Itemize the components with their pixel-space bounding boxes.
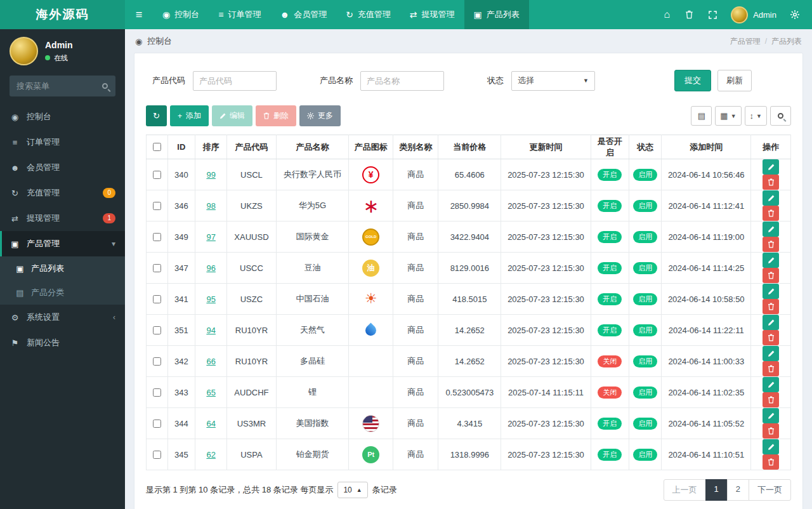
status-select[interactable]: 选择 ▼ bbox=[511, 71, 595, 91]
sort-link[interactable]: 95 bbox=[206, 294, 215, 304]
add-button[interactable]: +添加 bbox=[170, 105, 209, 126]
row-delete-button[interactable] bbox=[763, 206, 779, 221]
sidebar-item-link[interactable]: ▣ 产品管理 ▾ bbox=[0, 231, 125, 256]
chevron-down-icon: ▼ bbox=[583, 77, 589, 84]
page-button[interactable]: 1 bbox=[705, 479, 728, 501]
fullscreen-button[interactable] bbox=[701, 0, 724, 29]
row-delete-button[interactable] bbox=[763, 175, 779, 190]
row-delete-button[interactable] bbox=[763, 361, 779, 376]
sidebar-item-link[interactable]: ≡ 订单管理 bbox=[0, 129, 125, 155]
delete-button[interactable]: 删除 bbox=[256, 105, 296, 126]
row-delete-button[interactable] bbox=[763, 330, 779, 345]
row-edit-button[interactable] bbox=[763, 439, 779, 454]
row-edit-button[interactable] bbox=[763, 346, 779, 361]
cell-updated-time: 2025-07-14 11:15:11 bbox=[501, 377, 591, 408]
sidebar-menu: ◉ 控制台 ≡ 订单管理 ☻ 会员管理 ↻ 充值管理 0 ⇄ 提现管理 bbox=[0, 104, 125, 355]
top-nav-item[interactable]: ⇄ 提现管理 bbox=[400, 0, 464, 29]
sidebar-item-link[interactable]: ↻ 充值管理 0 bbox=[0, 180, 125, 206]
sidebar-item-link[interactable]: ☻ 会员管理 bbox=[0, 155, 125, 180]
user-menu[interactable]: Admin bbox=[724, 6, 783, 23]
sort-link[interactable]: 66 bbox=[206, 357, 215, 366]
row-edit-button[interactable] bbox=[763, 221, 779, 237]
row-edit-button[interactable] bbox=[763, 315, 779, 330]
row-checkbox[interactable] bbox=[153, 451, 161, 459]
open-status-badge: 关闭 bbox=[598, 355, 622, 367]
prev-page-button[interactable]: 上一页 bbox=[664, 479, 706, 501]
sidebar-subitem[interactable]: ▣产品列表 bbox=[0, 256, 125, 281]
clear-cache-button[interactable] bbox=[678, 0, 701, 29]
cny-icon: ¥ bbox=[362, 166, 379, 183]
page-button[interactable]: 2 bbox=[727, 479, 749, 501]
top-nav-item[interactable]: ☻ 会员管理 bbox=[270, 0, 336, 29]
row-checkbox[interactable] bbox=[153, 357, 161, 366]
row-edit-button[interactable] bbox=[763, 284, 779, 299]
refresh-button[interactable]: 刷新 bbox=[717, 70, 752, 91]
column-header: 是否开启 bbox=[591, 135, 629, 159]
breadcrumb-current: 产品列表 bbox=[771, 37, 802, 46]
sort-link[interactable]: 97 bbox=[206, 232, 215, 242]
row-delete-button[interactable] bbox=[763, 268, 779, 283]
cell-product-name: 华为5G bbox=[276, 190, 349, 221]
row-edit-button[interactable] bbox=[763, 377, 779, 392]
sidebar-item-link[interactable]: ⚑ 新闻公告 bbox=[0, 330, 125, 355]
next-page-button[interactable]: 下一页 bbox=[749, 479, 791, 501]
cell-id: 345 bbox=[167, 439, 195, 470]
sidebar-item-link[interactable]: ◉ 控制台 bbox=[0, 104, 125, 129]
top-nav-item[interactable]: ≡ 订单管理 bbox=[209, 0, 270, 29]
sort-link[interactable]: 98 bbox=[206, 201, 215, 211]
row-delete-button[interactable] bbox=[763, 237, 779, 252]
top-nav-item[interactable]: ▣ 产品列表 bbox=[464, 0, 529, 29]
row-checkbox[interactable] bbox=[153, 388, 161, 397]
sort-link[interactable]: 62 bbox=[206, 450, 215, 459]
sort-link[interactable]: 65 bbox=[206, 388, 215, 397]
row-delete-button[interactable] bbox=[763, 454, 779, 470]
more-button[interactable]: 更多 bbox=[299, 105, 341, 126]
product-name-input[interactable] bbox=[360, 71, 444, 91]
row-checkbox[interactable] bbox=[153, 326, 161, 334]
row-checkbox[interactable] bbox=[153, 233, 161, 241]
sort-link[interactable]: 64 bbox=[206, 419, 215, 428]
pencil-icon bbox=[768, 350, 775, 357]
row-edit-button[interactable] bbox=[763, 159, 779, 175]
sort-link[interactable]: 96 bbox=[206, 263, 215, 273]
search-toggle-button[interactable] bbox=[770, 106, 791, 126]
row-checkbox[interactable] bbox=[153, 202, 161, 210]
export-button[interactable]: ↕▼ bbox=[745, 106, 767, 126]
home-button[interactable]: ⌂ bbox=[656, 0, 678, 29]
submit-button[interactable]: 提交 bbox=[674, 70, 711, 91]
columns-button[interactable]: ▦▼ bbox=[715, 106, 741, 126]
product-code-input[interactable] bbox=[193, 71, 277, 91]
select-all-checkbox[interactable] bbox=[153, 143, 161, 151]
table-refresh-button[interactable]: ↻ bbox=[146, 105, 167, 126]
row-edit-button[interactable] bbox=[763, 408, 779, 423]
menu-search-button[interactable] bbox=[95, 76, 115, 96]
row-checkbox[interactable] bbox=[153, 420, 161, 428]
row-checkbox[interactable] bbox=[153, 264, 161, 272]
edit-button[interactable]: 编辑 bbox=[212, 105, 252, 126]
sidebar-item-link[interactable]: ⚙ 系统设置 ‹ bbox=[0, 305, 125, 330]
sidebar-item-link[interactable]: ⇄ 提现管理 1 bbox=[0, 206, 125, 231]
sidebar-item: ↻ 充值管理 0 bbox=[0, 180, 125, 206]
row-delete-button[interactable] bbox=[763, 299, 779, 314]
page-size-select[interactable]: 10 ▲ bbox=[337, 482, 367, 498]
settings-button[interactable] bbox=[783, 0, 807, 29]
open-status-badge: 开启 bbox=[598, 169, 622, 181]
view-toggle-button[interactable]: ▤ bbox=[691, 106, 712, 126]
row-edit-button[interactable] bbox=[763, 253, 779, 268]
sort-link[interactable]: 94 bbox=[206, 326, 215, 335]
row-checkbox[interactable] bbox=[153, 295, 161, 303]
sort-link[interactable]: 99 bbox=[206, 170, 215, 180]
sidebar-subitem[interactable]: ▤产品分类 bbox=[0, 281, 125, 305]
column-header: 更新时间 bbox=[501, 135, 591, 159]
menu-search-input[interactable] bbox=[10, 76, 95, 96]
top-nav-item[interactable]: ◉ 控制台 bbox=[153, 0, 209, 29]
table-row: 346 98 UKZS 华为5G ∗ 商品 2850.9984 2025-07-… bbox=[147, 190, 791, 221]
row-delete-button[interactable] bbox=[763, 392, 779, 407]
pencil-icon bbox=[768, 444, 775, 451]
top-nav-item[interactable]: ↻ 充值管理 bbox=[336, 0, 400, 29]
sidebar-toggle-button[interactable]: ≡ bbox=[125, 0, 153, 29]
row-edit-button[interactable] bbox=[763, 190, 779, 206]
row-delete-button[interactable] bbox=[763, 423, 779, 439]
breadcrumb-parent[interactable]: 产品管理 bbox=[730, 37, 761, 46]
row-checkbox[interactable] bbox=[153, 171, 161, 179]
